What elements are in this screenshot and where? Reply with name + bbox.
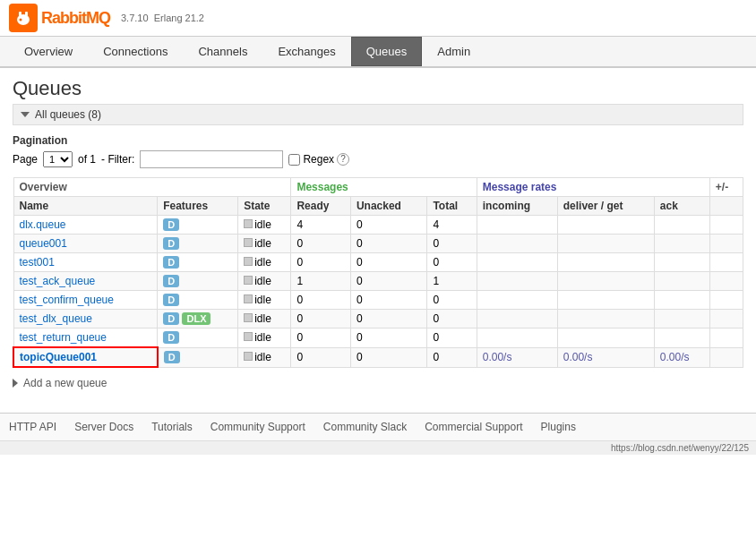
- help-icon[interactable]: ?: [337, 153, 349, 166]
- feature-badge: DLX: [182, 312, 210, 325]
- tab-admin[interactable]: Admin: [422, 37, 485, 66]
- queue-unacked: 0: [350, 291, 427, 310]
- table-row[interactable]: dlx.queueD idle404: [13, 216, 743, 235]
- feature-badge: D: [163, 218, 179, 231]
- footer-link-community-slack[interactable]: Community Slack: [323, 421, 407, 433]
- state-icon: [244, 313, 253, 322]
- queue-deliver_get: [557, 235, 654, 253]
- queue-ready: 0: [291, 347, 351, 367]
- queue-total: 0: [427, 328, 477, 348]
- feature-badge: D: [163, 312, 179, 325]
- queue-total: 0: [427, 291, 477, 310]
- queue-ack: 0.00/s: [654, 347, 709, 367]
- state-icon: [244, 352, 253, 361]
- tab-exchanges[interactable]: Exchanges: [262, 37, 350, 66]
- col-deliver-get: deliver / get: [557, 197, 654, 216]
- section-header[interactable]: All queues (8): [13, 104, 743, 125]
- queue-name[interactable]: test_return_queue: [13, 328, 158, 348]
- feature-badge: D: [163, 275, 179, 287]
- main-content: Queues All queues (8) Pagination Page 1 …: [0, 68, 756, 398]
- queue-state: idle: [238, 216, 291, 235]
- queue-ready: 0: [291, 291, 351, 310]
- queue-deliver_get: [557, 328, 654, 348]
- queue-features: D: [158, 291, 238, 310]
- queue-extra: [709, 328, 743, 348]
- svg-rect-1: [19, 12, 21, 18]
- queue-ack: [654, 216, 709, 235]
- pagination-controls: Page 1 of 1 - Filter: Regex ?: [13, 150, 743, 168]
- queue-unacked: 0: [350, 328, 427, 348]
- queue-ready: 4: [291, 216, 351, 235]
- col-total: Total: [427, 197, 477, 216]
- queue-ack: [654, 272, 709, 291]
- col-state: State: [238, 197, 291, 216]
- footer-link-community-support[interactable]: Community Support: [210, 421, 305, 433]
- queue-deliver_get: [557, 253, 654, 272]
- svg-point-3: [20, 19, 22, 21]
- table-row[interactable]: queue001D idle000: [13, 235, 743, 253]
- queue-state: idle: [238, 235, 291, 253]
- group-rates: Message rates: [477, 178, 709, 197]
- table-row[interactable]: test001D idle000: [13, 253, 743, 272]
- table-row[interactable]: test_confirm_queueD idle000: [13, 291, 743, 310]
- queue-name[interactable]: dlx.queue: [13, 216, 158, 235]
- table-row[interactable]: test_return_queueD idle000: [13, 328, 743, 348]
- queue-extra: [709, 347, 743, 367]
- queue-incoming: [477, 253, 557, 272]
- tab-queues[interactable]: Queues: [351, 37, 423, 66]
- footer-link-tutorials[interactable]: Tutorials: [151, 421, 193, 433]
- queue-ack: [654, 291, 709, 310]
- queue-name[interactable]: test_ack_queue: [13, 272, 158, 291]
- queue-name[interactable]: queue001: [13, 235, 158, 253]
- queue-deliver_get: [557, 272, 654, 291]
- queue-total: 0: [427, 253, 477, 272]
- feature-badge: D: [164, 351, 180, 363]
- state-icon: [244, 276, 253, 285]
- url-text: https://blog.csdn.net/wenyy/22/125: [611, 443, 749, 453]
- queue-incoming: [477, 328, 557, 348]
- queue-name[interactable]: test001: [13, 253, 158, 272]
- tab-channels[interactable]: Channels: [183, 37, 262, 66]
- queue-total: 1: [427, 272, 477, 291]
- table-row[interactable]: test_dlx_queueD DLX idle000: [13, 310, 743, 328]
- queue-name[interactable]: test_confirm_queue: [13, 291, 158, 310]
- queue-state: idle: [238, 310, 291, 328]
- plus-minus-btn[interactable]: +/-: [709, 178, 743, 197]
- footer: HTTP APIServer DocsTutorialsCommunity Su…: [0, 413, 756, 440]
- queue-ready: 0: [291, 328, 351, 348]
- queue-features: D: [158, 235, 238, 253]
- queue-ack: [654, 310, 709, 328]
- state-icon: [244, 332, 253, 341]
- queue-deliver_get: [557, 291, 654, 310]
- footer-link-http-api[interactable]: HTTP API: [9, 421, 56, 433]
- nav-tabs: Overview Connections Channels Exchanges …: [0, 37, 756, 68]
- logo-icon: [9, 4, 38, 32]
- queue-unacked: 0: [350, 235, 427, 253]
- group-messages: Messages: [291, 178, 477, 197]
- page-select[interactable]: 1: [43, 151, 73, 167]
- queue-ack: [654, 253, 709, 272]
- queue-state: idle: [238, 272, 291, 291]
- of-label: of 1: [78, 153, 96, 166]
- add-queue-label: Add a new queue: [23, 377, 107, 389]
- feature-badge: D: [163, 294, 179, 306]
- filter-input[interactable]: [140, 150, 283, 168]
- queue-extra: [709, 253, 743, 272]
- tab-connections[interactable]: Connections: [88, 37, 183, 66]
- queue-name[interactable]: test_dlx_queue: [13, 310, 158, 328]
- footer-link-server-docs[interactable]: Server Docs: [74, 421, 133, 433]
- queue-name[interactable]: topicQueue001: [13, 347, 158, 367]
- feature-badge: D: [163, 237, 179, 250]
- queue-features: D: [158, 216, 238, 235]
- regex-checkbox[interactable]: [288, 154, 300, 166]
- add-queue-section[interactable]: Add a new queue: [13, 377, 743, 389]
- tab-overview[interactable]: Overview: [9, 37, 88, 66]
- table-row[interactable]: topicQueue001D idle0000.00/s0.00/s0.00/s: [13, 347, 743, 367]
- footer-link-commercial-support[interactable]: Commercial Support: [425, 421, 522, 433]
- group-overview: Overview: [13, 178, 291, 197]
- logo: RabbitMQ: [9, 4, 110, 32]
- table-row[interactable]: test_ack_queueD idle101: [13, 272, 743, 291]
- version-info: 3.7.10 Erlang 21.2: [121, 13, 204, 23]
- footer-link-plugins[interactable]: Plugins: [541, 421, 576, 433]
- queue-total: 0: [427, 347, 477, 367]
